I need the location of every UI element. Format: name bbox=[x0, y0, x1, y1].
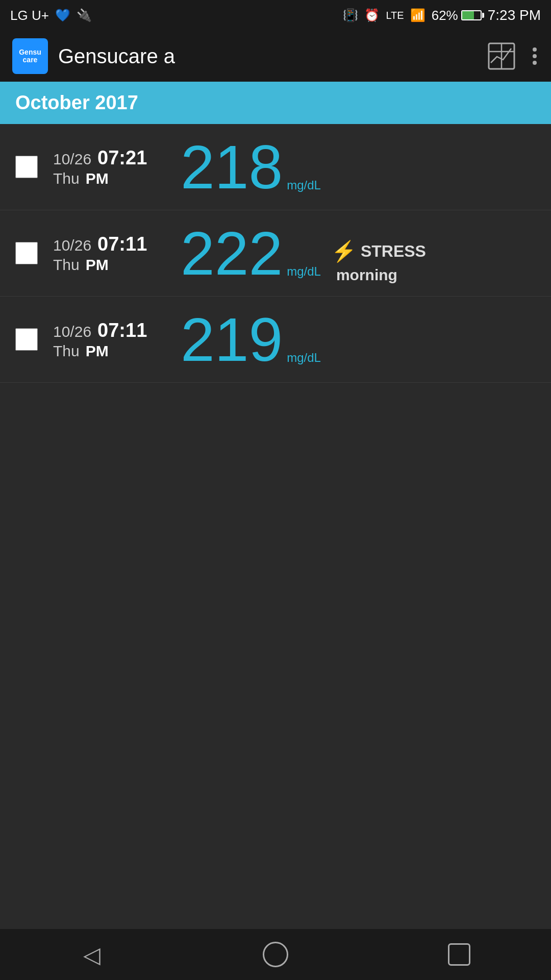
record-value-area-2: 222 mg/dL ⚡ STRESS morning bbox=[165, 223, 536, 284]
record-value-area-1: 218 mg/dL bbox=[165, 136, 536, 198]
battery-percent: 62% bbox=[432, 8, 458, 23]
health-icon: 💙 bbox=[55, 8, 70, 22]
record-period-1: PM bbox=[86, 170, 109, 187]
record-period-2: PM bbox=[86, 256, 109, 274]
recents-icon bbox=[448, 943, 470, 966]
app-title: Gensucare a bbox=[58, 45, 478, 68]
record-day-2: Thu bbox=[53, 256, 80, 274]
record-glucose-value-1: 218 bbox=[181, 136, 283, 198]
record-unit-3: mg/dL bbox=[287, 351, 321, 365]
app-bar-icons bbox=[488, 42, 539, 70]
alarm-icon: ⏰ bbox=[364, 8, 380, 22]
vibrate-icon: 📳 bbox=[343, 8, 358, 22]
record-date-3: 10/26 bbox=[53, 322, 91, 341]
stress-tag: ⚡ STRESS bbox=[331, 239, 426, 263]
records-list: 10/26 07:21 Thu PM 218 mg/dL 10/26 07:11… bbox=[0, 124, 551, 929]
navigation-bar: ◁ bbox=[0, 929, 551, 980]
record-date-1: 10/26 bbox=[53, 149, 91, 169]
recents-button[interactable] bbox=[434, 934, 485, 975]
status-bar: LG U+ 💙 🔌 📳 ⏰ LTE 📶 62% 7:23 PM bbox=[0, 0, 551, 31]
table-row: 10/26 07:11 Thu PM 222 mg/dL ⚡ STRESS mo… bbox=[0, 210, 551, 297]
record-period-3: PM bbox=[86, 342, 109, 360]
chart-icon[interactable] bbox=[488, 42, 515, 70]
battery-icon bbox=[461, 10, 482, 20]
record-checkbox-1[interactable] bbox=[15, 156, 38, 178]
record-glucose-value-3: 219 bbox=[181, 309, 283, 370]
battery-fill bbox=[462, 11, 474, 19]
battery-indicator: 62% bbox=[432, 8, 482, 23]
status-bar-right: 📳 ⏰ LTE 📶 62% 7:23 PM bbox=[343, 7, 541, 23]
app-logo-text: Gensu care bbox=[19, 48, 41, 64]
month-label: October 2017 bbox=[15, 92, 138, 113]
app-logo: Gensu care bbox=[12, 38, 48, 74]
record-unit-1: mg/dL bbox=[287, 178, 321, 192]
record-day-1: Thu bbox=[53, 170, 80, 187]
record-day-3: Thu bbox=[53, 342, 80, 360]
record-value-area-3: 219 mg/dL bbox=[165, 309, 536, 370]
home-icon bbox=[263, 942, 288, 967]
lte-label: LTE bbox=[386, 10, 404, 21]
morning-label: morning bbox=[331, 266, 397, 284]
record-datetime-2: 10/26 07:11 Thu PM bbox=[53, 233, 165, 274]
record-unit-2: mg/dL bbox=[287, 264, 321, 279]
carrier-label: LG U+ bbox=[10, 8, 49, 23]
lightning-icon: ⚡ bbox=[331, 239, 357, 263]
record-glucose-value-2: 222 bbox=[181, 223, 283, 284]
record-datetime-3: 10/26 07:11 Thu PM bbox=[53, 319, 165, 360]
signal-icon: 📶 bbox=[410, 8, 425, 22]
more-options-icon[interactable] bbox=[531, 45, 539, 67]
record-time-1: 07:21 bbox=[97, 146, 147, 170]
month-header: October 2017 bbox=[0, 82, 551, 124]
record-datetime-1: 10/26 07:21 Thu PM bbox=[53, 146, 165, 187]
record-time-3: 07:11 bbox=[97, 319, 147, 342]
record-date-2: 10/26 bbox=[53, 235, 91, 255]
app-bar: Gensu care Gensucare a bbox=[0, 31, 551, 82]
status-bar-left: LG U+ 💙 🔌 bbox=[10, 8, 92, 23]
stress-label: STRESS bbox=[361, 242, 426, 261]
back-icon: ◁ bbox=[83, 942, 101, 968]
usb-icon: 🔌 bbox=[77, 8, 92, 22]
table-row: 10/26 07:11 Thu PM 219 mg/dL bbox=[0, 297, 551, 383]
record-time-2: 07:11 bbox=[97, 233, 147, 256]
record-tags-2: ⚡ STRESS morning bbox=[331, 239, 426, 284]
back-button[interactable]: ◁ bbox=[66, 934, 117, 975]
table-row: 10/26 07:21 Thu PM 218 mg/dL bbox=[0, 124, 551, 210]
time-label: 7:23 PM bbox=[488, 7, 541, 23]
home-button[interactable] bbox=[250, 934, 301, 975]
record-checkbox-3[interactable] bbox=[15, 328, 38, 351]
record-checkbox-2[interactable] bbox=[15, 242, 38, 264]
